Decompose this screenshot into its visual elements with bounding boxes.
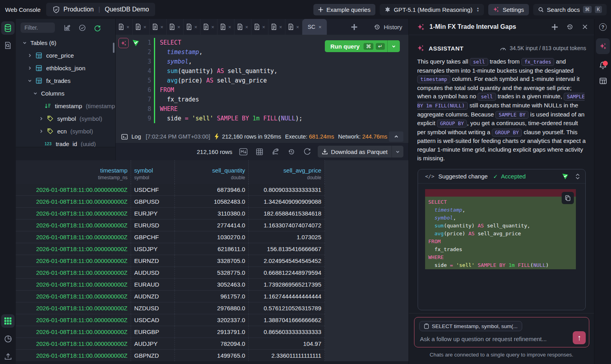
run-options-chevron[interactable]: [387, 40, 400, 52]
doc-search-nav[interactable]: [1, 39, 15, 52]
table-row[interactable]: 2026-01-08T18:11:00.000000000ZUSDJPY6218…: [16, 243, 325, 255]
search-docs[interactable]: Search docs ⌘ K: [533, 4, 607, 15]
grid-nav-active[interactable]: [1, 314, 15, 328]
terminal-icon: [121, 133, 128, 140]
help-icon[interactable]: ?: [599, 23, 607, 31]
column-header-sell-avg-price[interactable]: sell_avg_price double: [249, 160, 325, 184]
table-row[interactable]: 2026-01-08T18:11:00.000000000ZNZDUSD2976…: [16, 302, 325, 314]
close-tab-icon[interactable]: ×: [143, 24, 146, 30]
send-button[interactable]: ↑: [573, 331, 586, 344]
close-tab-icon[interactable]: ×: [228, 24, 231, 30]
query-tab[interactable]: ×: [285, 19, 302, 35]
notifications-tab[interactable]: [596, 58, 610, 72]
close-icon[interactable]: [582, 24, 588, 30]
query-tab[interactable]: ×: [201, 19, 217, 35]
query-tab[interactable]: ×: [217, 19, 234, 35]
query-tab[interactable]: ×: [167, 19, 184, 35]
column-header-sell-quantity[interactable]: sell_quantity double: [175, 160, 249, 184]
table-row[interactable]: 2026-01-08T18:11:00.000000000ZUSDCHF6873…: [16, 184, 325, 196]
tree-columns-group[interactable]: Columns: [16, 87, 115, 99]
run-query-button[interactable]: Run query ⌘ ↵: [325, 40, 400, 52]
tree-tables-root[interactable]: Tables (6): [16, 36, 115, 49]
close-tab-icon[interactable]: ×: [245, 24, 248, 30]
expand-collapse-icons[interactable]: [575, 174, 580, 179]
ai-panel-tab-active[interactable]: [596, 38, 610, 54]
tree-table-fx-trades[interactable]: fx_trades: [16, 74, 115, 87]
markdown-export-icon[interactable]: [239, 148, 247, 156]
copy-button[interactable]: [562, 192, 574, 204]
tree-table-ethblocks[interactable]: ethblocks_json: [16, 62, 115, 74]
chat-history-icon[interactable]: [566, 23, 574, 30]
table-row[interactable]: 2026-01-08T18:11:00.000000000ZEURGBP2913…: [16, 326, 325, 338]
model-selector[interactable]: GPT-5.1 (Medium Reasoning) ▲▼: [380, 4, 484, 15]
table-row[interactable]: 2026-01-08T18:11:00.000000000ZAUDUSD5328…: [16, 267, 325, 279]
close-tab-icon[interactable]: ×: [296, 24, 299, 30]
close-tab-icon[interactable]: ×: [262, 24, 265, 30]
sidebar-scrollbar[interactable]: [113, 43, 114, 53]
close-tab-icon[interactable]: ×: [211, 24, 214, 30]
refresh-results-icon[interactable]: [304, 148, 311, 156]
close-tab-icon[interactable]: ×: [319, 24, 322, 30]
table-row[interactable]: 2026-01-08T18:11:00.000000000ZGBPNZD1499…: [16, 350, 325, 362]
chart-view-icon[interactable]: [272, 148, 279, 156]
history-button[interactable]: History: [374, 24, 402, 30]
schema-panel-tab[interactable]: [596, 74, 610, 88]
grid-horizontal-scrollbar[interactable]: [16, 361, 409, 364]
table-row[interactable]: 2026-01-08T18:11:00.000000000ZUSDCAD3202…: [16, 314, 325, 326]
query-context-chip[interactable]: SELECT timestamp, symbol, sum(...: [419, 321, 522, 331]
query-tab[interactable]: ×: [234, 19, 251, 35]
download-options-chevron[interactable]: [392, 146, 403, 158]
download-parquet-button[interactable]: Download as Parquet: [318, 146, 403, 158]
tree-column-timestamp[interactable]: timestamp (timestamp.: [16, 99, 115, 112]
table-row[interactable]: 2026-01-08T18:11:00.000000000ZEURNZD3328…: [16, 255, 325, 267]
check-circle-icon[interactable]: [79, 24, 86, 32]
close-tab-icon[interactable]: ×: [160, 24, 163, 30]
table-row[interactable]: 2026-01-08T18:11:00.000000000ZAUDNZD9617…: [16, 291, 325, 302]
tree-table-core-price[interactable]: core_price: [16, 49, 115, 62]
column-header-timestamp[interactable]: timestamp timestamp_ns: [16, 160, 131, 184]
table-row[interactable]: 2026-01-08T18:11:00.000000000ZAUDJPY7820…: [16, 338, 325, 350]
example-queries-button[interactable]: Example queries: [313, 4, 375, 15]
chart-nav[interactable]: [1, 332, 15, 345]
input-placeholder: Ask a follow up question or request refi…: [420, 336, 547, 342]
query-tab[interactable]: ×: [133, 19, 150, 35]
search-icon: [538, 7, 544, 13]
questdb-logo[interactable]: [1, 21, 15, 35]
document-icon: [118, 24, 124, 30]
chat-title: 1-Min FX Trade Interval Gaps: [429, 23, 516, 30]
query-tab[interactable]: ×: [184, 19, 201, 35]
new-chat-icon[interactable]: [552, 24, 558, 30]
table-row[interactable]: 2026-01-08T18:11:00.000000000ZGBPUSD1058…: [16, 196, 325, 208]
close-tab-icon[interactable]: ×: [177, 24, 180, 30]
active-tab[interactable]: SC ×: [302, 19, 327, 35]
settings-button[interactable]: Settings: [488, 4, 529, 15]
close-tab-icon[interactable]: ×: [279, 24, 282, 30]
sql-editor[interactable]: 123456789 SELECT timestamp, symbol, sum(…: [116, 35, 409, 130]
tree-column-ecn[interactable]: ecn (symbol): [16, 125, 115, 137]
grid-view-icon[interactable]: [256, 148, 263, 156]
table-row[interactable]: 2026-01-08T18:11:00.000000000ZGBPCHF1030…: [16, 231, 325, 243]
table-row[interactable]: 2026-01-08T18:11:00.000000000ZEURUSD2774…: [16, 220, 325, 231]
sparkles-icon: [600, 43, 607, 50]
new-tab-icon[interactable]: [351, 24, 357, 30]
tree-column-symbol[interactable]: symbol (symbol): [16, 112, 115, 125]
refresh-icon[interactable]: [94, 24, 101, 32]
import-nav[interactable]: [1, 350, 15, 363]
table-row[interactable]: 2026-01-08T18:11:00.000000000ZEURAUD3052…: [16, 279, 325, 291]
query-tab[interactable]: ×: [150, 19, 167, 35]
query-history-icon[interactable]: [288, 148, 295, 156]
close-tab-icon[interactable]: ×: [194, 24, 197, 30]
table-row[interactable]: 2026-01-08T18:11:00.000000000ZEURJPY3110…: [16, 208, 325, 220]
add-matview-icon[interactable]: [64, 24, 71, 32]
collapse-log-button[interactable]: [389, 131, 403, 142]
sql-code[interactable]: SELECT timestamp, symbol, sum(quantity) …: [160, 38, 302, 123]
query-tab[interactable]: ×: [251, 19, 268, 35]
query-tab[interactable]: ×: [268, 19, 285, 35]
filter-input[interactable]: Filter.: [21, 23, 55, 33]
close-tab-icon[interactable]: ×: [126, 24, 129, 30]
followup-input[interactable]: SELECT timestamp, symbol, sum(... Ask a …: [414, 317, 589, 347]
query-tab[interactable]: ×: [116, 19, 133, 35]
tag-icon: [47, 115, 53, 122]
instance-badge[interactable]: Production | QuestDB Demo: [46, 3, 156, 16]
column-header-symbol[interactable]: symbol symbol: [131, 160, 175, 184]
